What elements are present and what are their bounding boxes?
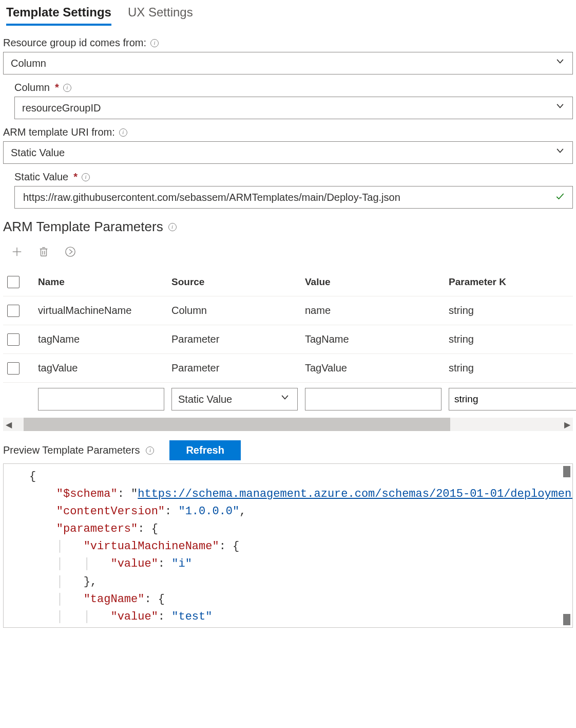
- preview-label: Preview Template Parameters: [3, 444, 140, 456]
- cell-kind: string: [449, 333, 569, 345]
- info-icon[interactable]: i: [168, 223, 177, 231]
- code-token: "test": [171, 610, 212, 623]
- required-icon: *: [73, 171, 78, 183]
- code-token: "1.0.0.0": [178, 505, 239, 518]
- col-value: Value: [305, 276, 449, 288]
- cell-name: tagValue: [38, 362, 171, 374]
- json-preview[interactable]: { "$schema": "https://schema.management.…: [3, 463, 573, 628]
- new-source-select[interactable]: Static Value: [171, 388, 298, 410]
- arm-uri-source-label-text: ARM template URI from:: [3, 126, 115, 138]
- cell-kind: string: [449, 362, 569, 374]
- chevron-down-icon: [555, 145, 565, 158]
- svg-rect-2: [41, 249, 47, 256]
- resource-group-source-label-text: Resource group id comes from:: [3, 37, 146, 49]
- column-label: Column * i: [14, 82, 573, 94]
- chevron-down-icon: [555, 101, 565, 114]
- code-token: "contentVersion": [56, 505, 165, 518]
- row-checkbox[interactable]: [7, 305, 20, 317]
- table-row[interactable]: tagName Parameter TagName string: [3, 325, 573, 354]
- cell-source: Parameter: [171, 362, 305, 374]
- row-checkbox[interactable]: [7, 362, 20, 375]
- arm-parameters-title: ARM Template Parameters: [3, 219, 163, 235]
- code-token: "i": [171, 557, 192, 570]
- info-icon[interactable]: i: [63, 84, 71, 92]
- chevron-down-icon: [555, 56, 565, 69]
- table-header-row: Name Source Value Parameter K: [3, 268, 573, 296]
- tab-ux-settings[interactable]: UX Settings: [128, 5, 193, 26]
- info-icon[interactable]: i: [119, 128, 127, 137]
- run-button[interactable]: [64, 245, 77, 258]
- resource-group-source-value: Column: [11, 58, 46, 69]
- code-token: "value": [110, 557, 158, 570]
- scroll-thumb[interactable]: [24, 418, 450, 431]
- svg-point-7: [66, 247, 75, 256]
- settings-tabs: Template Settings UX Settings: [3, 2, 573, 26]
- tab-template-settings[interactable]: Template Settings: [6, 5, 111, 26]
- static-value-input[interactable]: [22, 191, 551, 204]
- arm-uri-source-label: ARM template URI from: i: [3, 126, 573, 138]
- cell-value: name: [305, 305, 449, 316]
- resource-group-source-label: Resource group id comes from: i: [3, 37, 573, 49]
- refresh-button[interactable]: Refresh: [169, 440, 240, 460]
- scroll-left-icon[interactable]: ◀: [3, 420, 14, 430]
- scroll-indicator: [563, 614, 570, 625]
- delete-button[interactable]: [37, 245, 50, 258]
- cell-kind: string: [449, 305, 569, 316]
- arm-parameters-header: ARM Template Parameters i: [3, 219, 573, 235]
- new-kind-input[interactable]: [449, 388, 576, 410]
- parameters-toolbar: [3, 240, 573, 268]
- info-icon[interactable]: i: [150, 39, 159, 47]
- arm-uri-source-value: Static Value: [11, 147, 65, 159]
- scroll-right-icon[interactable]: ▶: [562, 420, 573, 430]
- new-name-input[interactable]: [38, 388, 164, 410]
- parameters-table: Name Source Value Parameter K virtualMac…: [3, 268, 573, 416]
- static-value-label-text: Static Value: [14, 171, 68, 183]
- preview-header: Preview Template Parameters i Refresh: [3, 440, 573, 460]
- col-name: Name: [38, 276, 171, 288]
- scroll-track[interactable]: [14, 418, 562, 431]
- code-token: "tagName": [84, 593, 145, 606]
- static-value-label: Static Value * i: [14, 171, 573, 183]
- info-icon[interactable]: i: [146, 446, 154, 455]
- table-row[interactable]: virtualMachineName Column name string: [3, 296, 573, 325]
- column-label-text: Column: [14, 82, 50, 94]
- info-icon[interactable]: i: [82, 173, 90, 181]
- code-token: https://schema.management.azure.com/sche…: [138, 488, 573, 500]
- col-kind: Parameter K: [449, 276, 569, 288]
- col-source: Source: [171, 276, 305, 288]
- code-token: "virtualMachineName": [84, 540, 219, 553]
- new-source-value: Static Value: [178, 394, 232, 405]
- chevron-down-icon: [280, 392, 290, 405]
- add-button[interactable]: [10, 245, 24, 258]
- horizontal-scrollbar[interactable]: ◀ ▶: [3, 418, 573, 431]
- code-token: "$schema": [56, 488, 118, 500]
- table-new-row: Static Value: [3, 383, 573, 416]
- required-icon: *: [55, 82, 59, 94]
- table-row[interactable]: tagValue Parameter TagValue string: [3, 354, 573, 383]
- select-all-checkbox[interactable]: [7, 276, 20, 288]
- column-select[interactable]: resourceGroupID: [14, 97, 573, 119]
- code-token: "parameters": [56, 522, 138, 535]
- scroll-indicator: [563, 466, 570, 477]
- cell-name: virtualMachineName: [38, 305, 171, 316]
- arm-uri-source-select[interactable]: Static Value: [3, 141, 573, 164]
- column-value: resourceGroupID: [22, 102, 101, 114]
- cell-value: TagValue: [305, 362, 449, 374]
- cell-source: Parameter: [171, 333, 305, 345]
- cell-name: tagName: [38, 333, 171, 345]
- valid-check-icon: [555, 191, 565, 204]
- resource-group-source-select[interactable]: Column: [3, 52, 573, 74]
- static-value-input-wrap: [14, 186, 573, 209]
- cell-source: Column: [171, 305, 305, 316]
- row-checkbox[interactable]: [7, 333, 20, 346]
- code-token: "value": [110, 610, 158, 623]
- new-value-input[interactable]: [305, 388, 441, 410]
- cell-value: TagName: [305, 333, 449, 345]
